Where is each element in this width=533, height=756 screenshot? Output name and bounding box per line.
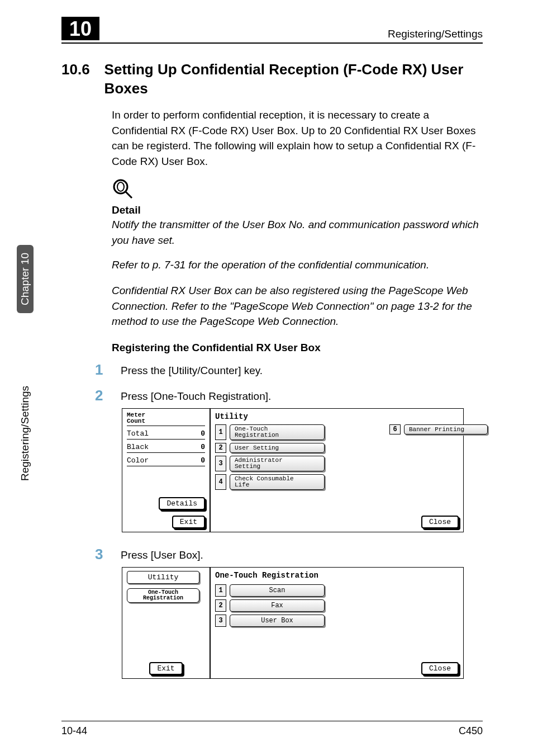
meter-total-value: 0: [201, 429, 205, 438]
scan-button[interactable]: Scan: [230, 584, 325, 597]
step-2-number: 2: [95, 388, 108, 403]
section-title: Setting Up Confidential Reception (F-Cod…: [104, 60, 483, 98]
one-touch-registration-line2: Registration: [235, 432, 279, 438]
otr-tab-line2: Registration: [131, 596, 196, 601]
fax-button[interactable]: Fax: [230, 599, 325, 612]
step-1-text: Press the [Utility/Counter] key.: [121, 362, 483, 377]
meter-row-black: Black 0: [127, 443, 205, 453]
side-tab-chapter: Chapter 10: [17, 245, 34, 313]
one-touch-registration-tab[interactable]: One-Touch Registration: [127, 588, 199, 603]
header-rule: [61, 42, 483, 44]
exit-button[interactable]: Exit: [172, 516, 205, 528]
step-1: 1 Press the [Utility/Counter] key.: [95, 362, 483, 377]
svg-line-2: [126, 192, 132, 198]
user-box-button[interactable]: User Box: [230, 615, 325, 627]
one-touch-registration-button[interactable]: One-Touch Registration: [230, 424, 325, 440]
otr-num-3: 3: [215, 615, 226, 627]
detail-paragraph-3: Confidential RX User Box can be also reg…: [112, 283, 483, 329]
footer-page-number: 10-44: [61, 725, 87, 737]
otr-row-1: 1 Scan: [215, 584, 459, 597]
detail-paragraph-2: Refer to p. 7-31 for the operation of th…: [112, 257, 483, 273]
side-tab-chapter-label: Chapter 10: [17, 245, 34, 313]
close-button[interactable]: Close: [421, 516, 459, 528]
meter-row-total: Total 0: [127, 429, 205, 440]
check-consumable-life-button[interactable]: Check Consumable Life: [230, 474, 325, 490]
otr-row-2: 2 Fax: [215, 599, 459, 612]
section-number: 10.6: [61, 60, 90, 98]
utility-screenshot: Meter Count Total 0 Black 0 Color 0 Deta…: [122, 408, 464, 532]
utility-row-3: 3 Administrator Setting: [215, 456, 459, 471]
subheading: Registering the Confidential RX User Box: [112, 340, 483, 356]
check-consumable-line2: Life: [235, 482, 249, 488]
meter-color-label: Color: [127, 456, 149, 465]
step-2: 2 Press [One-Touch Registration].: [95, 388, 483, 403]
utility-title: Utility: [215, 412, 459, 421]
meter-black-value: 0: [201, 443, 205, 451]
otr-right-panel: One-Touch Registration 1 Scan 2 Fax 3 Us…: [211, 568, 463, 678]
exit-button-2[interactable]: Exit: [149, 662, 182, 675]
meter-panel: Meter Count Total 0 Black 0 Color 0 Deta…: [122, 409, 211, 532]
utility-num-4: 4: [215, 474, 226, 490]
utility-num-6: 6: [389, 424, 401, 434]
utility-row-2: 2 User Setting: [215, 443, 459, 453]
meter-row-color: Color 0: [127, 456, 205, 466]
header-section-title: Registering/Settings: [388, 28, 483, 40]
step-1-number: 1: [95, 362, 108, 377]
section-heading: 10.6 Setting Up Confidential Reception (…: [61, 60, 483, 98]
meter-count-heading: Meter Count: [127, 412, 205, 426]
chapter-number-box: 10: [61, 17, 99, 40]
intro-paragraph: In order to perform confidential recepti…: [112, 107, 483, 169]
meter-black-label: Black: [127, 443, 149, 451]
detail-paragraph-1: Notify the transmitter of the User Box N…: [112, 217, 483, 248]
otr-row-3: 3 User Box: [215, 615, 459, 627]
utility-num-1: 1: [215, 424, 226, 440]
utility-num-2: 2: [215, 443, 226, 453]
otr-num-2: 2: [215, 599, 226, 612]
meter-color-value: 0: [201, 456, 205, 465]
user-setting-button[interactable]: User Setting: [230, 443, 325, 453]
step-3-number: 3: [95, 547, 108, 561]
one-touch-registration-screenshot: Utility One-Touch Registration Exit One-…: [122, 567, 464, 679]
utility-row-6: 6 Banner Printing: [389, 424, 488, 434]
step-2-text: Press [One-Touch Registration].: [121, 388, 483, 403]
one-touch-registration-title: One-Touch Registration: [215, 571, 459, 580]
utility-button[interactable]: Utility: [127, 571, 199, 584]
meter-total-label: Total: [127, 429, 149, 438]
magnifier-icon: [112, 178, 134, 200]
side-tab-section: Registering/Settings: [17, 386, 34, 481]
utility-num-3: 3: [215, 456, 226, 471]
administrator-setting-line2: Setting: [235, 464, 260, 470]
footer-rule: [61, 721, 483, 722]
details-button[interactable]: Details: [159, 497, 205, 510]
utility-panel: Utility 1 One-Touch Registration 2 User …: [211, 409, 463, 532]
administrator-setting-button[interactable]: Administrator Setting: [230, 456, 325, 471]
utility-row-4: 4 Check Consumable Life: [215, 474, 459, 490]
footer-model: C450: [459, 725, 483, 737]
banner-printing-button[interactable]: Banner Printing: [404, 424, 488, 434]
step-3: 3 Press [User Box].: [95, 547, 483, 561]
otr-left-panel: Utility One-Touch Registration Exit: [122, 568, 211, 678]
step-3-text: Press [User Box].: [121, 547, 483, 561]
otr-num-1: 1: [215, 584, 226, 597]
svg-point-1: [117, 182, 124, 191]
close-button-2[interactable]: Close: [421, 662, 459, 675]
page: 10 Registering/Settings Chapter 10 Regis…: [0, 0, 533, 756]
page-header: 10 Registering/Settings: [61, 17, 483, 40]
side-tab-section-label: Registering/Settings: [19, 386, 31, 481]
detail-heading: Detail: [112, 202, 483, 218]
